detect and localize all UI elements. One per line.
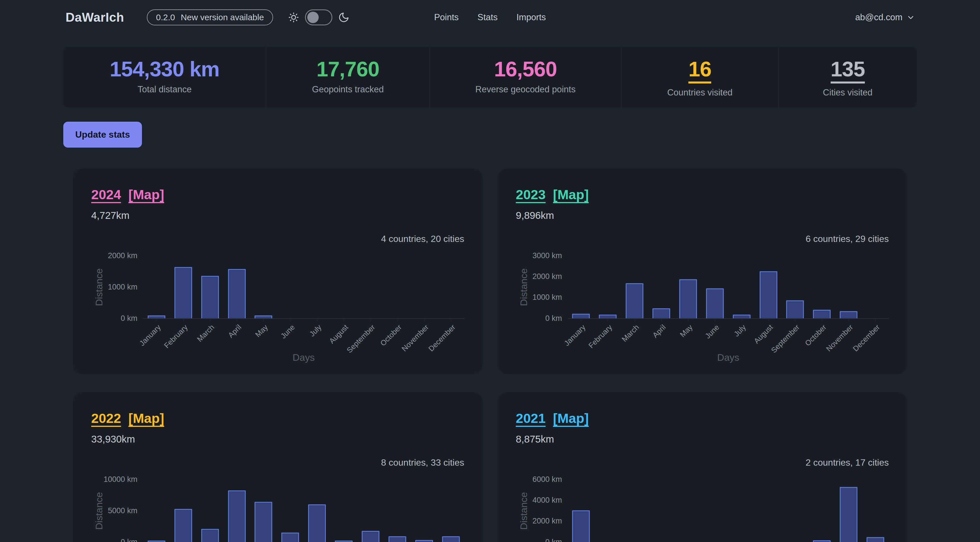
x-axis-title: Days <box>568 352 889 363</box>
version-note: New version available <box>181 13 264 22</box>
y-axis-title: Distance <box>91 479 107 542</box>
bar-february[interactable] <box>175 509 192 542</box>
chevron-down-icon <box>907 14 915 21</box>
bar-march[interactable] <box>626 283 643 318</box>
map-link[interactable]: [Map] <box>553 187 589 202</box>
theme-toggle[interactable] <box>305 10 332 25</box>
y-tick-label: 1000 km <box>533 293 562 302</box>
x-tick-label: July <box>732 323 748 339</box>
stat-value: 16,560 <box>494 58 557 80</box>
year-link[interactable]: 2022 <box>91 410 121 426</box>
bar-march[interactable] <box>201 529 219 542</box>
app-title[interactable]: DaWarIch <box>65 10 124 24</box>
bar-august[interactable] <box>335 540 353 542</box>
y-tick-label: 4000 km <box>533 496 562 505</box>
stat-value[interactable]: 16 <box>688 58 711 84</box>
version-badge[interactable]: 0.2.0 New version available <box>147 10 273 25</box>
bar-november[interactable] <box>840 311 858 318</box>
x-tick-label: September <box>345 323 377 355</box>
bar-may[interactable] <box>679 279 697 318</box>
bar-may[interactable] <box>255 502 272 542</box>
bar-november[interactable] <box>415 540 433 542</box>
x-tick-label: May <box>254 323 270 339</box>
x-tick-label: September <box>770 323 802 355</box>
bar-january[interactable] <box>148 315 165 318</box>
bar-january[interactable] <box>148 540 165 542</box>
stat-value[interactable]: 135 <box>830 58 865 84</box>
year-summary: 4 countries, 20 cities <box>91 234 465 244</box>
bar-december[interactable] <box>867 537 884 542</box>
bar-january[interactable] <box>572 510 590 542</box>
bar-september[interactable] <box>362 531 379 542</box>
bar-december[interactable] <box>442 536 460 542</box>
bar-july[interactable] <box>733 315 751 318</box>
stat-cities-visited: 135Cities visited <box>778 47 917 107</box>
nav-item-points[interactable]: Points <box>434 12 459 22</box>
map-link[interactable]: [Map] <box>129 410 164 426</box>
update-stats-button[interactable]: Update stats <box>63 122 142 148</box>
x-tick-label: January <box>562 323 587 348</box>
nav-item-imports[interactable]: Imports <box>517 12 546 22</box>
card-header: 2023 [Map] <box>516 187 889 202</box>
year-chart: Distance 0 km5000 km10000 km JanuaryFebr… <box>91 479 465 542</box>
year-link[interactable]: 2021 <box>516 410 546 426</box>
y-tick-label: 10000 km <box>103 475 137 483</box>
bar-april[interactable] <box>228 269 246 318</box>
y-axis-title: Distance <box>91 256 107 319</box>
year-total-distance: 33,930km <box>91 434 465 445</box>
chart-plot: 0 km5000 km10000 km <box>143 479 465 542</box>
x-tick-label: October <box>379 323 403 348</box>
x-tick-label: December <box>427 323 457 353</box>
x-tick-label: August <box>328 323 350 345</box>
stat-reverse-geocoded-points: 16,560Reverse geocoded points <box>430 47 621 107</box>
chart-plot: 0 km1000 km2000 km3000 km <box>568 256 889 319</box>
bar-june[interactable] <box>706 288 724 318</box>
year-chart: Distance 0 km2000 km4000 km6000 km Janua… <box>516 479 889 542</box>
year-chart: Distance 0 km1000 km2000 km JanuaryFebru… <box>91 256 465 363</box>
bar-may[interactable] <box>255 315 272 318</box>
year-summary: 8 countries, 33 cities <box>91 457 465 468</box>
bar-october[interactable] <box>813 310 830 318</box>
year-chart: Distance 0 km1000 km2000 km3000 km Janua… <box>516 256 889 363</box>
bar-february[interactable] <box>599 315 617 318</box>
x-tick-label: April <box>226 323 243 340</box>
stat-label: Countries visited <box>627 87 773 98</box>
x-tick-label: October <box>803 323 828 348</box>
x-tick-label: March <box>196 323 216 344</box>
bar-september[interactable] <box>786 300 804 318</box>
card-header: 2021 [Map] <box>516 410 889 426</box>
bar-march[interactable] <box>201 276 219 318</box>
bar-october[interactable] <box>388 536 406 542</box>
stat-label: Cities visited <box>784 87 911 98</box>
x-tick-label: January <box>138 323 163 348</box>
x-tick-label: November <box>400 323 430 353</box>
chart-plot: 0 km1000 km2000 km <box>143 256 465 319</box>
bar-april[interactable] <box>228 490 246 542</box>
card-header: 2024 [Map] <box>91 187 465 202</box>
year-link[interactable]: 2024 <box>91 187 121 202</box>
main-nav: PointsStatsImports <box>434 12 546 22</box>
year-link[interactable]: 2023 <box>516 187 546 202</box>
bar-october[interactable] <box>813 540 830 542</box>
user-menu[interactable]: ab@cd.com <box>855 12 915 22</box>
x-tick-label: December <box>851 323 882 353</box>
stat-countries-visited: 16Countries visited <box>621 47 778 107</box>
bar-november[interactable] <box>840 487 858 542</box>
version-number: 0.2.0 <box>156 13 175 22</box>
bar-august[interactable] <box>760 271 777 318</box>
bar-february[interactable] <box>175 267 192 318</box>
bar-april[interactable] <box>652 308 670 318</box>
year-total-distance: 4,727km <box>91 210 465 221</box>
y-tick-label: 2000 km <box>533 517 562 526</box>
year-card-2021: 2021 [Map] 8,875km 2 countries, 17 citie… <box>498 392 907 542</box>
year-summary: 6 countries, 29 cities <box>516 234 889 244</box>
nav-item-stats[interactable]: Stats <box>477 12 498 22</box>
map-link[interactable]: [Map] <box>553 410 589 426</box>
x-tick-label: March <box>620 323 641 344</box>
bar-june[interactable] <box>282 532 299 542</box>
x-tick-label: June <box>279 323 296 340</box>
bar-january[interactable] <box>572 314 590 318</box>
map-link[interactable]: [Map] <box>129 187 164 202</box>
bar-july[interactable] <box>308 504 326 542</box>
year-card-2022: 2022 [Map] 33,930km 8 countries, 33 citi… <box>73 392 483 542</box>
